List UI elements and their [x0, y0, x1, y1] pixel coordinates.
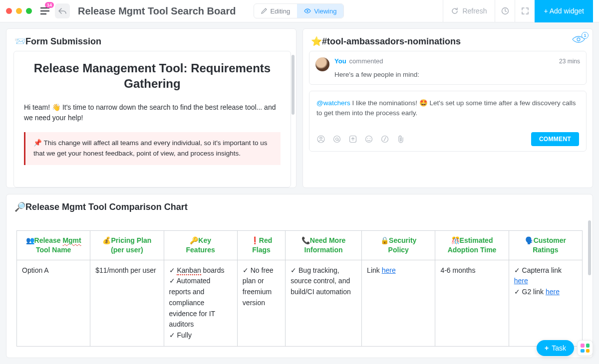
cell-flags: ✓ No free plan or freemium version: [237, 260, 285, 346]
widget-header: 🔎Release Mgmt Tool Comparison Chart: [6, 194, 593, 216]
fullscreen-button[interactable]: [515, 0, 535, 22]
cell-name: Option A: [17, 260, 90, 346]
hamburger-icon: [40, 7, 49, 14]
task-label: Task: [552, 344, 566, 352]
viewing-label: Viewing: [314, 7, 336, 15]
clock-icon: [501, 7, 509, 15]
eye-icon: [304, 8, 311, 13]
comparison-table: 👥Release MgmtTool Name 💰Pricing Plan(per…: [16, 230, 583, 347]
editing-label: Editing: [270, 7, 290, 15]
widget-title: Release Mgmt Tool Comparison Chart: [25, 202, 188, 212]
svg-point-3: [320, 137, 322, 139]
wave-icon: 👋: [52, 103, 60, 111]
refresh-icon: [451, 7, 458, 14]
col-tool-name: 👥Release MgmtTool Name: [17, 231, 90, 260]
scrollbar[interactable]: [588, 220, 592, 354]
window-controls: [6, 8, 32, 14]
cell-features: ✓ Kanban boards ✓ Automated reports and …: [164, 260, 237, 346]
form-submission-widget: 📨Form Submission Release Management Tool…: [6, 28, 297, 188]
svg-point-8: [366, 136, 372, 143]
cell-info: ✓ Bug tracking, source control, and buil…: [286, 260, 362, 346]
reply-toolbar: COMMENT: [316, 132, 579, 146]
attachment-button[interactable]: [396, 135, 405, 144]
refresh-button[interactable]: Refresh: [443, 0, 495, 22]
add-widget-button[interactable]: + Add widget: [535, 0, 593, 22]
board: 📨Form Submission Release Management Tool…: [0, 22, 599, 364]
editing-mode-button[interactable]: Editing: [254, 4, 297, 18]
security-link[interactable]: here: [382, 266, 396, 274]
capterra-link[interactable]: here: [514, 277, 528, 285]
mention-button[interactable]: [332, 135, 341, 144]
table-header-row: 👥Release MgmtTool Name 💰Pricing Plan(per…: [17, 231, 583, 260]
star-struck-icon: 🤩: [419, 99, 428, 107]
slash-command-button[interactable]: [380, 135, 389, 144]
topbar: 14 Release Mgmt Tool Search Board Editin…: [0, 0, 599, 22]
col-pricing: 💰Pricing Plan(per user): [90, 231, 164, 260]
g2-link[interactable]: here: [546, 288, 560, 296]
col-ratings: 🗣️CustomerRatings: [509, 231, 582, 260]
watchers-count: 1: [582, 32, 589, 39]
callout-box: 📌 This change will affect all teams and …: [24, 132, 281, 165]
inbox-icon: 📨: [14, 36, 25, 47]
comment-button[interactable]: COMMENT: [531, 132, 579, 146]
scrollbar-thumb[interactable]: [588, 220, 591, 275]
undo-icon: [58, 7, 66, 14]
main-menu-button[interactable]: 14: [38, 4, 52, 18]
cell-security: Link here: [362, 260, 435, 346]
history-button[interactable]: [495, 0, 515, 22]
table-row: Option A $11/month per user ✓ Kanban boa…: [17, 260, 583, 346]
svg-point-0: [306, 10, 308, 12]
svg-point-10: [370, 138, 371, 139]
comment-body: Here's a few people in mind:: [334, 71, 580, 78]
refresh-label: Refresh: [462, 7, 487, 15]
scrollbar[interactable]: [291, 55, 295, 183]
close-window-icon[interactable]: [6, 8, 12, 14]
expand-icon: [522, 7, 529, 14]
minimize-window-icon[interactable]: [16, 8, 22, 14]
reply-box[interactable]: @watchers I like the nominations! 🤩 Let'…: [309, 91, 587, 152]
svg-point-9: [367, 138, 368, 139]
maximize-window-icon[interactable]: [26, 8, 32, 14]
avatar: [315, 57, 329, 71]
watchers-indicator[interactable]: 1: [572, 35, 586, 44]
mention[interactable]: @watchers: [316, 99, 350, 107]
comparison-chart-widget: 🔎Release Mgmt Tool Comparison Chart 👥Rel…: [6, 194, 593, 358]
apps-button[interactable]: [577, 340, 593, 356]
col-features: 🔑KeyFeatures: [164, 231, 237, 260]
notification-badge: 14: [45, 2, 54, 8]
cell-ratings: ✓ Capterra link here ✓ G2 link here: [509, 260, 582, 346]
back-button[interactable]: [55, 3, 70, 18]
mode-toggle: Editing Viewing: [254, 3, 344, 18]
col-flags: ❗RedFlags: [237, 231, 285, 260]
chat-widget: ⭐#tool-ambassadors-nominations 1 You com…: [302, 28, 593, 188]
comment-author: You: [334, 57, 346, 65]
reply-text[interactable]: @watchers I like the nominations! 🤩 Let'…: [316, 98, 579, 126]
comment-action: commented: [349, 57, 383, 65]
form-content: Release Management Tool: Requirements Ga…: [13, 51, 291, 187]
widget-title: Form Submission: [25, 36, 101, 47]
magnifier-icon: 🔎: [14, 201, 25, 212]
assign-button[interactable]: [316, 135, 325, 144]
comment: You commented 23 mins Here's a few peopl…: [309, 51, 587, 85]
star-icon: ⭐: [311, 36, 322, 47]
form-title: Release Management Tool: Requirements Ga…: [24, 60, 281, 91]
cell-pricing: $11/month per user: [90, 260, 164, 346]
widget-title: #tool-ambassadors-nominations: [322, 36, 461, 47]
task-button[interactable]: [348, 135, 357, 144]
pushpin-icon: 📌: [33, 139, 42, 147]
col-more-info: 📞Need MoreInformation: [286, 231, 362, 260]
comment-time: 23 mins: [559, 58, 580, 65]
new-task-button[interactable]: +Task: [537, 340, 574, 356]
form-intro-text: Hi team! 👋 It's time to narrow down the …: [24, 102, 281, 123]
widget-header: 📨Form Submission: [6, 29, 296, 51]
col-adoption: 🎊EstimatedAdoption Time: [435, 231, 509, 260]
scrollbar-thumb[interactable]: [292, 55, 295, 115]
page-title: Release Mgmt Tool Search Board: [78, 5, 236, 17]
emoji-button[interactable]: [364, 135, 373, 144]
cell-adoption: 4-6 months: [435, 260, 509, 346]
viewing-mode-button[interactable]: Viewing: [297, 4, 343, 18]
svg-point-5: [334, 136, 340, 143]
svg-point-2: [577, 38, 580, 41]
svg-point-6: [336, 138, 338, 141]
col-security: 🔒SecurityPolicy: [362, 231, 435, 260]
